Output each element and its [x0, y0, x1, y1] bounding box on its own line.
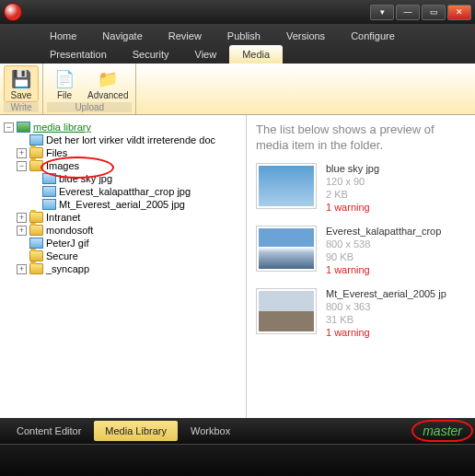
folder-icon — [29, 263, 43, 274]
expand-icon[interactable]: + — [17, 148, 27, 158]
tree-node-label: Images — [46, 160, 79, 171]
thumbnail — [256, 226, 317, 272]
preview-heading: The list below shows a preview of media … — [256, 122, 466, 154]
menu-media[interactable]: Media — [229, 45, 283, 64]
tab-content-editor[interactable]: Content Editor — [6, 421, 92, 441]
upload-file-icon: 📄 — [53, 68, 75, 90]
close-button[interactable]: ✕ — [447, 5, 471, 20]
tree-node[interactable]: Secure — [4, 250, 242, 262]
menu-publish[interactable]: Publish — [214, 27, 273, 45]
tree-root-label: media library — [33, 122, 91, 133]
menu-security[interactable]: Security — [120, 45, 182, 64]
tree-node-label: Intranet — [46, 212, 80, 223]
group-label-upload: Upload — [47, 102, 132, 112]
item-name: Mt_Everest_aerial_2005 jp — [326, 288, 446, 299]
advanced-label: Advanced — [87, 90, 128, 100]
image-icon — [29, 134, 43, 145]
preview-panel: The list below shows a preview of media … — [247, 115, 475, 418]
item-size: 90 KB — [326, 251, 441, 262]
item-dimensions: 120 x 90 — [326, 176, 379, 187]
tree-node[interactable]: +_syncapp — [4, 262, 242, 275]
tree-node[interactable]: +mondosoft — [4, 224, 242, 237]
tree-node-label: Everest_kalapatthar_crop jpg — [59, 186, 191, 197]
tree-node[interactable]: Det her lort virker vildt irreterende do… — [4, 134, 242, 146]
item-warning: 1 warning — [326, 327, 446, 338]
expand-icon[interactable]: + — [17, 213, 27, 223]
tree-node[interactable]: −Images — [4, 159, 242, 172]
thumbnail — [256, 288, 317, 334]
titlebar: ▾ — ▭ ✕ — [0, 0, 475, 24]
menu-home[interactable]: Home — [37, 27, 89, 45]
file-button[interactable]: 📄 File — [47, 65, 82, 102]
item-warning: 1 warning — [326, 264, 441, 275]
item-dimensions: 800 x 538 — [326, 238, 441, 250]
tree-node-label: Secure — [46, 250, 78, 261]
preview-item[interactable]: Mt_Everest_aerial_2005 jp800 x 36331 KB1… — [256, 288, 466, 338]
tab-media-library[interactable]: Media Library — [94, 421, 178, 441]
item-warning: 1 warning — [326, 202, 379, 213]
file-label: File — [57, 90, 72, 100]
tab-workbox[interactable]: Workbox — [180, 421, 241, 441]
status-bar: 16:38 — [0, 444, 475, 476]
tree-node-label: Mt_Everest_aerial_2005 jpg — [59, 199, 185, 210]
image-icon — [42, 186, 56, 197]
tree-node-label: Det her lort virker vildt irreterende do… — [46, 134, 215, 145]
tree-node[interactable]: +Intranet — [4, 211, 242, 224]
tree-node[interactable]: blue sky jpg — [4, 172, 242, 185]
folder-icon — [29, 225, 43, 236]
advanced-button[interactable]: 📁 Advanced — [84, 65, 132, 102]
tree-node-label: _syncapp — [46, 263, 89, 274]
disk-icon: 💾 — [10, 68, 32, 90]
dropdown-button[interactable]: ▾ — [370, 5, 394, 20]
ribbon: 💾 Save Write 📄 File 📁 Advanced Upload — [0, 64, 475, 115]
app-logo-icon[interactable] — [4, 3, 22, 21]
menu-configure[interactable]: Configure — [338, 27, 408, 45]
folder-icon — [29, 147, 43, 158]
folder-icon — [29, 250, 43, 261]
menu-versions[interactable]: Versions — [273, 27, 338, 45]
item-size: 2 KB — [326, 189, 379, 200]
maximize-button[interactable]: ▭ — [422, 5, 446, 20]
tree-node-label: mondosoft — [46, 225, 93, 236]
item-size: 31 KB — [326, 314, 446, 325]
expand-icon[interactable]: + — [17, 264, 27, 274]
folder-icon — [29, 212, 43, 223]
upload-advanced-icon: 📁 — [97, 68, 119, 90]
menu-bar: HomeNavigateReviewPublishVersionsConfigu… — [0, 24, 475, 64]
image-icon — [42, 199, 56, 210]
tree-node[interactable]: Mt_Everest_aerial_2005 jpg — [4, 198, 242, 211]
master-indicator: master — [415, 422, 469, 440]
item-dimensions: 800 x 363 — [326, 301, 446, 312]
media-icon — [17, 122, 30, 133]
tree-node[interactable]: Everest_kalapatthar_crop jpg — [4, 185, 242, 198]
menu-presentation[interactable]: Presentation — [37, 45, 120, 64]
minimize-button[interactable]: — — [396, 5, 420, 20]
preview-item[interactable]: Everest_kalapatthar_crop800 x 53890 KB1 … — [256, 226, 466, 275]
image-icon — [29, 238, 43, 249]
tree-node-label: PeterJ gif — [46, 238, 88, 249]
tree-node[interactable]: +Files — [4, 146, 242, 159]
preview-item[interactable]: blue sky jpg120 x 902 KB1 warning — [256, 163, 466, 213]
menu-navigate[interactable]: Navigate — [89, 27, 155, 45]
collapse-icon[interactable]: − — [4, 122, 14, 133]
expand-icon[interactable]: + — [17, 226, 27, 236]
thumbnail — [256, 163, 317, 209]
collapse-icon[interactable]: − — [17, 161, 27, 171]
save-label: Save — [11, 90, 32, 100]
tree-panel: − media library Det her lort virker vild… — [0, 115, 247, 418]
group-label-write: Write — [4, 102, 39, 112]
menu-view[interactable]: View — [182, 45, 230, 64]
tree-root[interactable]: − media library — [4, 121, 242, 134]
item-name: Everest_kalapatthar_crop — [326, 226, 441, 237]
item-name: blue sky jpg — [326, 163, 379, 174]
tree-node[interactable]: PeterJ gif — [4, 237, 242, 250]
save-button[interactable]: 💾 Save — [4, 65, 39, 102]
bottom-bar: Content EditorMedia LibraryWorkbox maste… — [0, 418, 475, 444]
menu-review[interactable]: Review — [156, 27, 214, 45]
